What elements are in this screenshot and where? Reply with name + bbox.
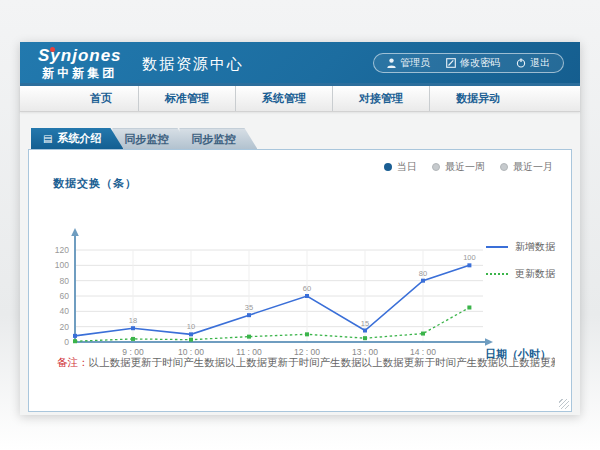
svg-text:0: 0 (64, 337, 69, 347)
radio-option-2[interactable]: 最近一月 (500, 160, 553, 174)
legend-label: 新增数据 (515, 240, 555, 254)
radio-icon (432, 163, 440, 171)
change-password-button[interactable]: 修改密码 (446, 56, 500, 70)
legend-item-1: 更新数据 (486, 267, 555, 281)
legend-line-sample (486, 273, 508, 275)
resize-handle-icon[interactable] (559, 399, 569, 409)
tab-label: 系统介绍 (57, 131, 101, 146)
tab-label: 同步监控 (191, 132, 235, 147)
chart: 0204060801001209 : 0010 : 0011 : 0012 : … (39, 192, 559, 367)
time-range-filter: 当日最近一周最近一月 (384, 160, 553, 174)
logo: Synjones 新中新集团 (38, 46, 122, 82)
svg-text:18: 18 (129, 316, 137, 325)
legend-line-sample (486, 246, 508, 248)
chart-panel: 当日最近一周最近一月 数据交换（条） 0204060801001209 : 00… (28, 149, 572, 412)
user-toolbar: 管理员 修改密码 退出 (373, 53, 564, 73)
nav-item-2[interactable]: 系统管理 (236, 86, 333, 111)
nav-item-1[interactable]: 标准管理 (139, 86, 236, 111)
legend-item-0: 新增数据 (486, 240, 555, 254)
svg-text:100: 100 (463, 253, 476, 262)
radio-icon (384, 163, 392, 171)
content: ▤系统介绍同步监控同步监控 当日最近一周最近一月 数据交换（条） 0204060… (20, 112, 580, 412)
nav-item-0[interactable]: 首页 (64, 86, 139, 111)
power-icon (516, 58, 526, 68)
tab-1[interactable]: 同步监控 (112, 128, 190, 149)
svg-text:10: 10 (187, 322, 195, 331)
radio-icon (500, 163, 508, 171)
edit-icon (446, 58, 456, 68)
svg-text:40: 40 (60, 306, 70, 316)
svg-text:80: 80 (419, 269, 427, 278)
radio-option-0[interactable]: 当日 (384, 160, 417, 174)
tab-2[interactable]: 同步监控 (179, 128, 257, 149)
svg-text:60: 60 (303, 284, 311, 293)
radio-label: 最近一月 (513, 160, 553, 174)
tab-bar: ▤系统介绍同步监控同步监控 (28, 128, 572, 149)
app-window: Synjones 新中新集团 数据资源中心 管理员 修改密码 退出 首页标准管理… (20, 42, 580, 415)
radio-option-1[interactable]: 最近一周 (432, 160, 485, 174)
logo-spark-icon (50, 47, 55, 52)
svg-text:120: 120 (55, 245, 69, 255)
radio-label: 当日 (397, 160, 417, 174)
footnote-prefix: 备注： (57, 356, 89, 368)
svg-text:80: 80 (60, 276, 70, 286)
footnote-text: 以上数据更新于时间产生数据以上数据更新于时间产生数据以上数据更新于时间产生数据以… (89, 356, 556, 368)
y-axis-label: 数据交换（条） (53, 176, 137, 191)
footnote: 备注：以上数据更新于时间产生数据以上数据更新于时间产生数据以上数据更新于时间产生… (57, 356, 555, 370)
user-button[interactable]: 管理员 (387, 56, 430, 70)
chart-svg: 0204060801001209 : 0010 : 0011 : 0012 : … (39, 192, 559, 367)
tab-label: 同步监控 (124, 132, 168, 147)
nav: 首页标准管理系统管理对接管理数据异动 (20, 86, 580, 112)
page-title: 数据资源中心 (142, 55, 244, 74)
nav-item-4[interactable]: 数据异动 (430, 86, 526, 111)
user-icon (387, 58, 396, 68)
svg-text:15: 15 (361, 319, 369, 328)
radio-label: 最近一周 (445, 160, 485, 174)
svg-text:60: 60 (60, 291, 70, 301)
logout-button[interactable]: 退出 (516, 56, 550, 70)
nav-item-3[interactable]: 对接管理 (333, 86, 430, 111)
svg-text:20: 20 (60, 322, 70, 332)
chart-legend: 新增数据更新数据 (486, 240, 555, 281)
header: Synjones 新中新集团 数据资源中心 管理员 修改密码 退出 (20, 42, 580, 86)
legend-label: 更新数据 (515, 267, 555, 281)
svg-text:35: 35 (245, 303, 253, 312)
document-icon: ▤ (43, 134, 52, 144)
tab-0[interactable]: ▤系统介绍 (31, 128, 123, 149)
logo-subtitle: 新中新集团 (38, 65, 122, 82)
svg-text:100: 100 (55, 260, 69, 270)
